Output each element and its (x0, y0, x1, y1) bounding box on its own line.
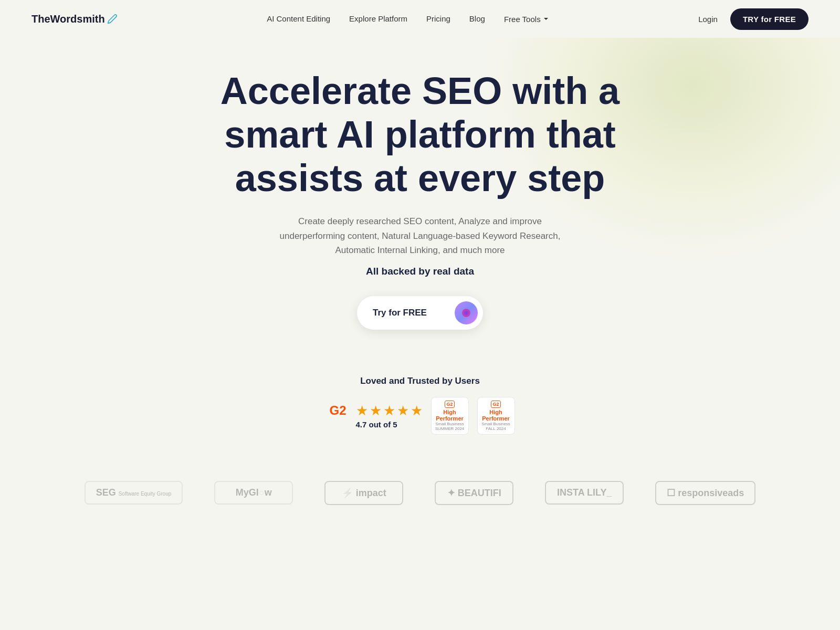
g2-logo: G2 (326, 403, 351, 428)
client-impact: ⚡ impact (324, 481, 403, 505)
g2-logo-text: G2 (329, 403, 346, 417)
ratings-row: G2 ★ ★ ★ ★ ★ 4.7 out of 5 G2 High Perfor… (10, 397, 830, 435)
badge-g2-label: G2 (445, 401, 454, 408)
stars: ★ ★ ★ ★ ★ (356, 403, 423, 419)
nav-cta-button[interactable]: TRY for FREE (730, 8, 808, 30)
client-impact-label: ⚡ impact (342, 487, 386, 499)
client-myglow-label: MyGl○w (236, 487, 272, 498)
client-responsiveads: ☐ responsiveads (655, 481, 755, 505)
hero-cta-button[interactable]: Try for FREE (357, 296, 483, 330)
nav-blog[interactable]: Blog (469, 14, 485, 23)
client-responsiveads-label: ☐ responsiveads (667, 487, 744, 499)
hero-backed-text: All backed by real data (10, 266, 830, 277)
badge2-sub-label: Small Business (481, 422, 510, 426)
star-2: ★ (370, 403, 382, 419)
badge-g2-label-2: G2 (491, 401, 500, 408)
nav-free-tools[interactable]: Free Tools (504, 15, 549, 24)
client-instalily: INSTA LILY_ (545, 481, 624, 505)
cta-pill-icon-inner (462, 309, 470, 317)
badge2-season: FALL 2024 (486, 426, 506, 431)
logo-text: TheWordsmith (32, 13, 105, 25)
hero-subtitle: Create deeply researched SEO content, An… (268, 214, 572, 257)
badge1-main-label: High Performer (435, 409, 465, 422)
client-myglow: MyGl○w (214, 481, 293, 505)
chevron-down-icon (543, 16, 549, 22)
rating-text: 4.7 out of 5 (356, 420, 397, 429)
cta-pill-icon (455, 301, 478, 324)
trusted-title: Loved and Trusted by Users (10, 376, 830, 386)
nav-login[interactable]: Login (698, 15, 718, 24)
star-1: ★ (356, 403, 368, 419)
logo[interactable]: TheWordsmith (32, 13, 118, 25)
hero-content: Accelerate SEO with a smart AI platform … (10, 69, 830, 355)
star-5: ★ (411, 403, 423, 419)
clients-section: SEG Software Equity Group MyGl○w ⚡ impac… (0, 456, 840, 537)
badge1-season: SUMMER 2024 (435, 426, 465, 431)
g2-summer-badge: G2 High Performer Small Business SUMMER … (431, 397, 469, 435)
pen-icon (107, 14, 118, 24)
g2-badge: G2 ★ ★ ★ ★ ★ 4.7 out of 5 (326, 403, 423, 429)
nav-links: AI Content Editing Explore Platform Pric… (267, 14, 549, 24)
navigation: TheWordsmith AI Content Editing Explore … (0, 0, 840, 38)
nav-right: Login TRY for FREE (698, 8, 808, 30)
badge-top-2: G2 (491, 401, 500, 408)
client-instalily-label: INSTA LILY_ (557, 487, 612, 498)
client-beautifi-label: ✦ BEAUTIFI (447, 487, 501, 499)
hero-cta-label: Try for FREE (373, 308, 427, 318)
g2-fall-badge: G2 High Performer Small Business FALL 20… (477, 397, 515, 435)
trusted-section: Loved and Trusted by Users G2 ★ ★ ★ ★ ★ … (0, 376, 840, 456)
badge-top: G2 (445, 401, 454, 408)
client-beautifi: ✦ BEAUTIFI (435, 481, 513, 505)
badge2-main-label: High Performer (481, 409, 511, 422)
nav-pricing[interactable]: Pricing (426, 14, 450, 23)
star-3: ★ (383, 403, 395, 419)
hero-section: Accelerate SEO with a smart AI platform … (0, 38, 840, 376)
client-seg: SEG Software Equity Group (85, 481, 183, 505)
client-seg-label: SEG Software Equity Group (96, 487, 172, 498)
badge1-sub-label: Small Business (435, 422, 464, 426)
star-4: ★ (397, 403, 409, 419)
nav-explore-platform[interactable]: Explore Platform (349, 14, 407, 23)
stars-block: ★ ★ ★ ★ ★ 4.7 out of 5 (356, 403, 423, 429)
nav-ai-content-editing[interactable]: AI Content Editing (267, 14, 330, 23)
hero-heading: Accelerate SEO with a smart AI platform … (210, 69, 630, 200)
